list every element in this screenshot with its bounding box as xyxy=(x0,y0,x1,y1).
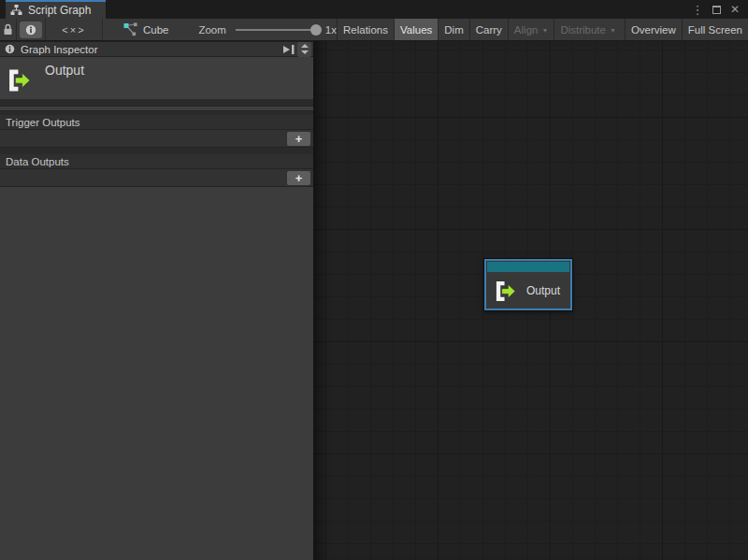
spinner-up-icon xyxy=(301,44,309,48)
output-unit-icon xyxy=(495,280,516,303)
info-toggle-chip xyxy=(20,22,42,38)
script-graph-window: Script Graph ⋮ ✕ xyxy=(0,0,748,560)
target-label: Cube xyxy=(143,24,169,36)
zoom-slider[interactable] xyxy=(236,29,316,31)
maximize-button[interactable] xyxy=(709,2,724,17)
menu-icon: ⋮ xyxy=(692,4,704,16)
divider xyxy=(0,148,313,154)
maximize-icon xyxy=(712,6,721,14)
lock-icon xyxy=(3,23,13,36)
graph-node-icon xyxy=(123,22,138,36)
inspector-toggle-button[interactable] xyxy=(17,19,46,40)
button-align[interactable]: Align ▼ xyxy=(508,19,554,40)
node-header xyxy=(487,262,569,272)
window-controls: ⋮ ✕ xyxy=(690,0,748,19)
data-outputs-list: + xyxy=(0,169,313,187)
spinner-down-icon xyxy=(301,50,309,54)
graph-inspector-panel: Graph Inspector xyxy=(0,41,314,560)
tab-script-graph[interactable]: Script Graph xyxy=(6,0,106,19)
unit-title: Output xyxy=(45,63,84,78)
graph-canvas[interactable]: Output xyxy=(314,41,748,560)
add-data-output-button[interactable]: + xyxy=(287,171,310,185)
node-label: Output xyxy=(526,284,560,297)
node-output[interactable]: Output xyxy=(484,259,572,310)
titlebar: Script Graph ⋮ ✕ xyxy=(0,0,748,19)
button-dim[interactable]: Dim xyxy=(438,19,468,40)
dock-inspector-button[interactable] xyxy=(280,42,297,56)
zoom-slider-handle[interactable] xyxy=(310,24,322,36)
button-relations[interactable]: Relations xyxy=(337,19,394,40)
inspector-title: Graph Inspector xyxy=(21,44,280,55)
button-distribute[interactable]: Distribute ▼ xyxy=(554,19,622,40)
node-body: Output xyxy=(486,273,570,309)
plus-icon: + xyxy=(295,133,303,145)
trigger-outputs-list: + xyxy=(0,130,313,148)
caret-down-icon: ▼ xyxy=(610,27,616,34)
inspector-empty-area xyxy=(0,187,313,560)
zoom-label: Zoom xyxy=(198,24,225,36)
dock-icon xyxy=(282,44,295,55)
info-icon xyxy=(25,24,36,36)
code-preview-button[interactable]: <×> xyxy=(46,19,103,40)
section-trigger-outputs: Trigger Outputs xyxy=(0,115,313,130)
caret-down-icon: ▼ xyxy=(541,27,548,34)
close-icon: ✕ xyxy=(730,3,740,16)
graph-target-button[interactable]: Cube xyxy=(123,19,169,40)
button-values[interactable]: Values xyxy=(394,19,438,40)
graph-inspector-header: Graph Inspector xyxy=(0,41,313,57)
window-menu-button[interactable]: ⋮ xyxy=(690,2,705,17)
add-trigger-output-button[interactable]: + xyxy=(287,132,310,146)
button-fullscreen[interactable]: Full Screen xyxy=(682,19,748,40)
code-icon: <×> xyxy=(62,24,85,36)
button-carry[interactable]: Carry xyxy=(469,19,508,40)
output-unit-icon xyxy=(7,67,31,93)
section-data-outputs: Data Outputs xyxy=(0,154,313,169)
toolbar-buttons: Relations Values Dim Carry Align ▼ Distr… xyxy=(337,19,748,40)
tab-title: Script Graph xyxy=(28,4,91,17)
zoom-control: Zoom 1x xyxy=(198,19,337,40)
info-icon xyxy=(5,44,15,54)
zoom-value: 1x xyxy=(325,24,337,36)
plus-icon: + xyxy=(295,172,303,184)
lock-button[interactable] xyxy=(0,19,17,40)
script-graph-icon xyxy=(10,5,22,16)
button-overview[interactable]: Overview xyxy=(625,19,682,40)
unit-preview: Output xyxy=(0,57,313,100)
inspector-spinner[interactable] xyxy=(297,42,311,57)
graph-toolbar: <×> Cube Zoom 1x Relations Values D xyxy=(0,19,748,41)
close-button[interactable]: ✕ xyxy=(727,2,742,17)
